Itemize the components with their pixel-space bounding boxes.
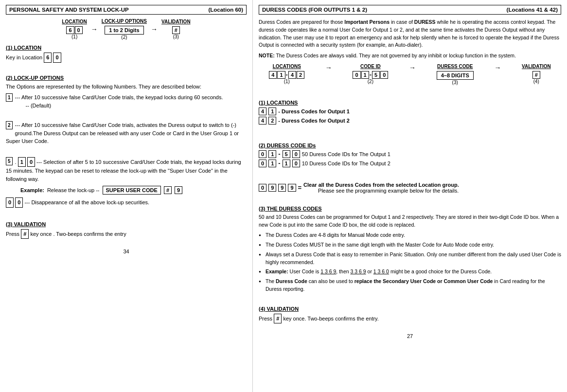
location-item-1: 4 1 - Duress Codes for Output 1 <box>259 107 561 115</box>
did-key-1c: 1 <box>283 160 290 167</box>
key-6: 6 <box>66 26 74 34</box>
flow-arrow-r3: → <box>494 64 501 71</box>
flow-sub-validation: (3) <box>173 34 179 39</box>
option-2-text: --- After 10 successive false Card/User … <box>6 122 239 144</box>
lockup-title: (2) LOCK-UP OPTIONS <box>6 75 247 81</box>
loc-item2-text: - Duress Codes for Output 2 <box>278 118 350 124</box>
flow-arrow-r1: → <box>325 64 332 71</box>
option-5-text: --- Selection of after 5 to 10 successiv… <box>6 159 241 182</box>
duress-codes-title: (3) THE DURESS CODES <box>259 206 561 212</box>
clear-section: 0 9 9 9 = Clear all the Duress Codes fro… <box>259 182 561 194</box>
bullet-2: The Duress Codes MUST be in the same dig… <box>259 241 561 249</box>
right-flow-diagram: LOCATIONS 4 1 - 4 2 (1) → CODE ID 0 1 - … <box>259 64 561 85</box>
flow-col-location: LOCATION 6 0 (1) <box>62 19 87 39</box>
location-item-2: 4 2 - Duress Codes for Output 2 <box>259 117 561 125</box>
key-2: 2 <box>297 71 304 79</box>
flow-label-location: LOCATION <box>62 19 87 24</box>
left-flow-diagram: LOCATION 6 0 (1) → LOCK-UP OPTIONS 1 to … <box>6 18 247 40</box>
option-00-text: --- Disappearance of all the above lock-… <box>24 199 149 205</box>
loc-key-2b: 2 <box>268 117 276 125</box>
right-title: DURESS CODES (FOR OUTPUTS 1 & 2) <box>262 7 367 13</box>
flow-arrow-1: → <box>91 25 98 33</box>
option-2-key: 2 <box>6 121 13 129</box>
bullet-3: Always set a Duress Code that is easy to… <box>259 251 561 267</box>
example-key-9: 9 <box>175 186 182 194</box>
left-page-num: 34 <box>6 249 247 254</box>
option-1-block: 1 --- After 10 successive false Card/Use… <box>6 93 247 109</box>
right-note: NOTE: The Duress Codes are always valid.… <box>259 52 561 60</box>
option-00-key2: 0 <box>15 197 23 208</box>
right-locations-title: (1) LOCATIONS <box>259 100 561 106</box>
lockup-intro: The Options are represented by the follo… <box>6 83 247 91</box>
validation-left-text: Press # key once . Two-beeps confirms th… <box>6 229 247 239</box>
right-header: DURESS CODES (FOR OUTPUTS 1 & 2) (Locati… <box>259 5 561 15</box>
duress-id-row2: 0 1 - 1 0 10 Duress Code IDs for The Out… <box>259 160 561 167</box>
did-key-0d: 0 <box>292 160 300 167</box>
key-0: 0 <box>75 26 83 34</box>
did-key-0b: 0 <box>292 150 300 158</box>
clear-text: Clear all the Duress Codes from the sele… <box>303 182 459 194</box>
duress-codes-intro: 50 and 10 Duress Codes can be programmed… <box>259 214 561 229</box>
flow-arrow-2: → <box>151 25 158 33</box>
clear-key-9c: 9 <box>288 184 296 192</box>
left-panel: PERSONAL SAFETY AND SYSTEM LOCK-UP (Loca… <box>0 0 253 392</box>
flow-codeid-keys: 0 1 - 5 0 <box>353 71 388 79</box>
flow-validation-key: # <box>172 26 180 34</box>
flow-col-codeid: CODE ID 0 1 - 5 0 (2) <box>353 64 388 84</box>
did-dash1: - <box>278 150 280 158</box>
flow-col-duress-code: DURESS CODE 4–8 DIGITS (3) <box>437 64 474 85</box>
did-text1: 50 Duress Code IDs for The Output 1 <box>302 151 390 157</box>
right-location: (Locations 41 & 42) <box>507 7 558 13</box>
example-label: Example: <box>20 187 44 193</box>
option-5-key2: 1 <box>18 157 26 167</box>
right-validation-text: Press # key once. Two-beeps confirms the… <box>259 314 561 324</box>
loc-key-0: 0 <box>53 53 61 63</box>
flow-label-lockup: LOCK-UP OPTIONS <box>102 18 147 24</box>
left-location: (Location 60) <box>208 7 243 13</box>
did-key-1a: 1 <box>268 150 276 158</box>
flow-arrow-r2: → <box>409 64 416 71</box>
did-key-0c: 0 <box>259 160 266 167</box>
left-header: PERSONAL SAFETY AND SYSTEM LOCK-UP (Loca… <box>6 5 247 15</box>
flow-label-val: VALIDATION <box>522 64 551 69</box>
option-1-text: --- After 10 successive false Card/User … <box>15 94 223 108</box>
right-panel: DURESS CODES (FOR OUTPUTS 1 & 2) (Locati… <box>253 0 567 392</box>
did-text2: 10 Duress Code IDs for The Output 2 <box>302 160 390 166</box>
clear-key-9a: 9 <box>268 184 276 192</box>
right-intro: Duress Codes are prepared for those Impo… <box>259 18 561 49</box>
validation-left-title: (3) VALIDATION <box>6 221 247 227</box>
duress-ids-title: (2) DURESS CODE IDs <box>259 143 561 148</box>
duress-id-row1: 0 1 - 5 0 50 Duress Code IDs for The Out… <box>259 150 561 158</box>
loc-key-6: 6 <box>44 53 52 63</box>
key-4: 4 <box>269 71 277 79</box>
right-page-num: 27 <box>259 333 561 339</box>
did-key-5: 5 <box>283 150 290 158</box>
flow-label-duress-code: DURESS CODE <box>437 64 473 69</box>
key-1a: 1 <box>361 71 369 79</box>
flow-col-validation: VALIDATION # (3) <box>161 19 191 39</box>
location-text: Key in Location 6 0 <box>6 53 247 63</box>
option-5-block: 5 . 1 0 --- Selection of after 5 to 10 s… <box>6 157 247 183</box>
key-1: 1 <box>277 71 285 79</box>
flow-label-locations: LOCATIONS <box>273 64 301 69</box>
validation-hash-key: # <box>21 229 29 239</box>
flow-col-val: VALIDATION # (4) <box>522 64 551 84</box>
option-5-key: 5 <box>6 157 13 165</box>
option-00-key1: 0 <box>6 197 14 208</box>
clear-key-9b: 9 <box>278 184 286 192</box>
loc-key-4: 4 <box>259 107 266 115</box>
flow-val-key: # <box>532 71 540 79</box>
clear-equal: = <box>298 184 302 191</box>
key-5: 5 <box>372 71 380 79</box>
did-key-0a: 0 <box>259 150 266 158</box>
flow-sub-location: (1) <box>71 34 77 39</box>
did-key-1b: 1 <box>268 160 276 167</box>
key-0a: 0 <box>353 71 360 79</box>
bullet-4: Example: User Code is 1 3 6 9, then 3 3 … <box>259 268 561 276</box>
loc-item1-text: - Duress Codes for Output 1 <box>278 108 350 114</box>
loc-key-1: 1 <box>268 107 276 115</box>
bullet-5: The Duress Code can also be used to repl… <box>259 278 561 293</box>
example-row: Example: Release the lock-up -- SUPER US… <box>20 186 247 195</box>
flow-col-locations: LOCATIONS 4 1 - 4 2 (1) <box>269 64 304 84</box>
flow-col-lockup: LOCK-UP OPTIONS 1 to 2 Digits (2) <box>102 18 147 40</box>
